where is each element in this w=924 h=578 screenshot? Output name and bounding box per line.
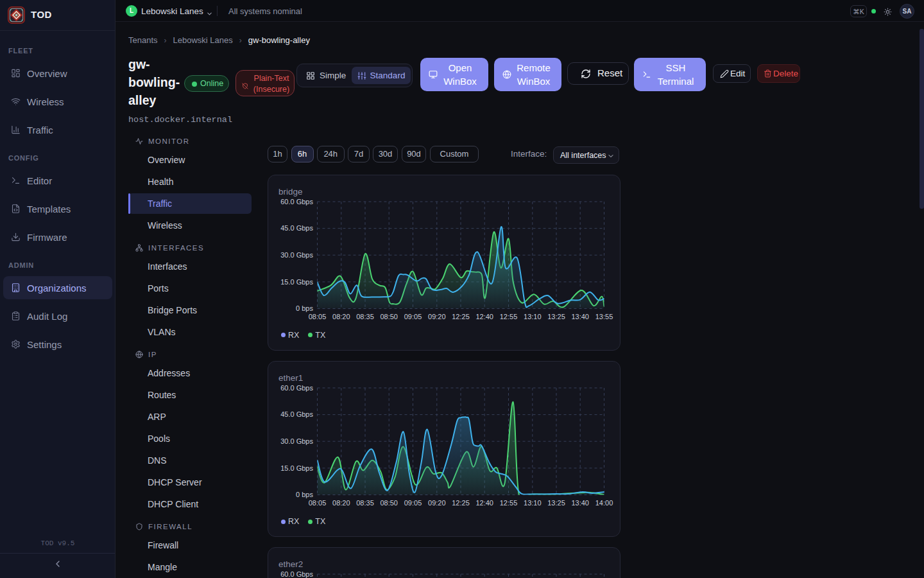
svg-text:09:20: 09:20 <box>428 499 446 507</box>
svg-text:08:20: 08:20 <box>332 312 350 320</box>
svg-text:60.0 Gbps: 60.0 Gbps <box>280 384 313 392</box>
svg-text:13:25: 13:25 <box>547 312 565 320</box>
svg-text:09:05: 09:05 <box>404 499 422 507</box>
svg-text:12:40: 12:40 <box>475 312 493 320</box>
svg-text:13:10: 13:10 <box>524 499 542 507</box>
svg-text:15.0 Gbps: 15.0 Gbps <box>280 464 313 472</box>
svg-text:12:25: 12:25 <box>452 312 470 320</box>
svg-text:13:40: 13:40 <box>571 312 589 320</box>
svg-text:08:50: 08:50 <box>380 499 398 507</box>
svg-text:60.0 Gbps: 60.0 Gbps <box>280 570 313 578</box>
svg-text:08:50: 08:50 <box>380 312 398 320</box>
svg-text:12:55: 12:55 <box>500 312 518 320</box>
svg-text:13:55: 13:55 <box>595 312 613 320</box>
svg-text:45.0 Gbps: 45.0 Gbps <box>280 410 313 418</box>
svg-text:12:40: 12:40 <box>475 499 493 507</box>
svg-text:09:20: 09:20 <box>428 312 446 320</box>
svg-text:12:55: 12:55 <box>500 499 518 507</box>
svg-text:08:20: 08:20 <box>332 499 350 507</box>
svg-text:45.0 Gbps: 45.0 Gbps <box>280 224 313 232</box>
svg-text:30.0 Gbps: 30.0 Gbps <box>280 437 313 445</box>
svg-text:13:40: 13:40 <box>571 499 589 507</box>
svg-text:0 bps: 0 bps <box>296 304 313 312</box>
svg-text:14:00: 14:00 <box>595 499 613 507</box>
svg-text:09:05: 09:05 <box>404 312 422 320</box>
svg-text:08:05: 08:05 <box>309 499 327 507</box>
svg-text:13:25: 13:25 <box>547 499 565 507</box>
svg-text:15.0 Gbps: 15.0 Gbps <box>280 277 313 285</box>
svg-text:30.0 Gbps: 30.0 Gbps <box>280 250 313 258</box>
svg-text:08:35: 08:35 <box>356 499 374 507</box>
svg-text:08:35: 08:35 <box>356 312 374 320</box>
svg-text:13:10: 13:10 <box>524 312 542 320</box>
svg-text:08:05: 08:05 <box>309 312 327 320</box>
svg-text:0 bps: 0 bps <box>296 491 313 498</box>
svg-text:12:25: 12:25 <box>452 499 470 507</box>
svg-text:60.0 Gbps: 60.0 Gbps <box>280 197 313 205</box>
